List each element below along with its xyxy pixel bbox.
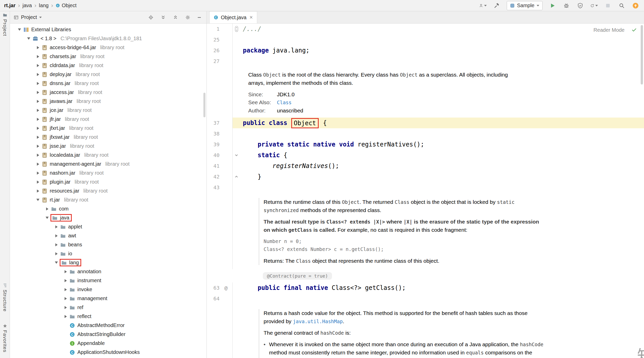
tree-item-javaws.jar[interactable]: javaws.jarlibrary root <box>10 97 206 106</box>
tree-item-io[interactable]: io <box>10 249 206 258</box>
tree-item-com[interactable]: com <box>10 204 206 213</box>
code-line-40[interactable]: 40 static { <box>207 150 644 161</box>
tree-item-beans[interactable]: beans <box>10 240 206 249</box>
tree-item-abstractstringbuilder[interactable]: CAbstractStringBuilder <box>10 330 206 339</box>
tree-expand-arrow[interactable] <box>62 279 69 282</box>
tree-item-cldrdata.jar[interactable]: cldrdata.jarlibrary root <box>10 61 206 70</box>
code-line-26[interactable]: 26package java.lang; <box>207 45 644 56</box>
tree-expand-arrow[interactable] <box>35 64 41 67</box>
tree-item-nashorn.jar[interactable]: nashorn.jarlibrary root <box>10 169 206 177</box>
tree-expand-arrow[interactable] <box>62 288 69 291</box>
editor-scrollbar[interactable] <box>641 25 643 85</box>
tree-item-appendable[interactable]: IAppendable <box>10 339 206 348</box>
tree-expand-arrow[interactable] <box>35 82 41 85</box>
editor-tab-object-java[interactable]: C Object.java × <box>209 11 257 23</box>
tree-expand-arrow[interactable] <box>35 55 41 58</box>
tree-item-jsse.jar[interactable]: jsse.jarlibrary root <box>10 142 206 151</box>
profiler-button[interactable] <box>590 2 598 9</box>
run-with-coverage-button[interactable] <box>576 2 584 9</box>
inspections-status-button[interactable] <box>631 27 637 34</box>
fold-marker[interactable] <box>233 171 240 182</box>
tool-tab-project[interactable]: Project <box>0 13 10 36</box>
tool-tab-favorites[interactable]: Favorites <box>0 324 10 352</box>
collapse-all-button[interactable] <box>173 15 178 20</box>
tool-tab-structure[interactable]: Structure <box>0 283 10 312</box>
code-line-38[interactable]: 38 <box>207 128 644 139</box>
tree-item-localedata.jar[interactable]: localedata.jarlibrary root <box>10 151 206 160</box>
tree-collapse-arrow[interactable] <box>53 261 60 264</box>
tree-expand-arrow[interactable] <box>35 91 41 94</box>
tree-expand-arrow[interactable] <box>53 252 60 255</box>
tree-item-jfxrt.jar[interactable]: jfxrt.jarlibrary root <box>10 124 206 133</box>
code-line-43[interactable]: 43 <box>207 182 644 193</box>
code-line-41[interactable]: 41 registerNatives(); <box>207 161 644 171</box>
tree-item-management-agent.jar[interactable]: management-agent.jarlibrary root <box>10 160 206 169</box>
run-configuration-select[interactable]: Sample <box>507 1 543 10</box>
tree-expand-arrow[interactable] <box>62 306 69 309</box>
tree-item-access-bridge-64.jar[interactable]: access-bridge-64.jarlibrary root <box>10 43 206 52</box>
close-tab-icon[interactable]: × <box>250 15 253 20</box>
ide-updates-button[interactable] <box>632 2 639 9</box>
tree-expand-arrow[interactable] <box>35 118 41 121</box>
tree-item-awt[interactable]: awt <box>10 231 206 240</box>
debug-button[interactable] <box>563 2 570 9</box>
tree-expand-arrow[interactable] <box>62 297 69 300</box>
chevron-down-icon[interactable] <box>39 17 42 18</box>
vcs-users-button[interactable] <box>479 2 487 9</box>
tree-item-annotation[interactable]: annotation <box>10 267 206 276</box>
tree-expand-arrow[interactable] <box>35 100 41 103</box>
tree-item-jce.jar[interactable]: jce.jarlibrary root <box>10 106 206 115</box>
tree-item-management[interactable]: management <box>10 294 206 303</box>
code-line-39[interactable]: 39 private static native void registerNa… <box>207 139 644 150</box>
tree-item-charsets.jar[interactable]: charsets.jarlibrary root <box>10 52 206 61</box>
tree-item-instrument[interactable]: instrument <box>10 276 206 285</box>
tree-expand-arrow[interactable] <box>53 234 60 237</box>
tree-item-ref[interactable]: ref <box>10 303 206 312</box>
hide-panel-button[interactable] <box>197 15 201 19</box>
code-line-63[interactable]: 63@ public final native Class<?> getClas… <box>207 282 644 293</box>
tree-expand-arrow[interactable] <box>35 181 41 184</box>
build-project-button[interactable] <box>493 2 501 9</box>
tree-item-jfxswt.jar[interactable]: jfxswt.jarlibrary root <box>10 133 206 142</box>
search-everywhere-button[interactable] <box>618 2 626 9</box>
tree-expand-arrow[interactable] <box>35 172 41 175</box>
tree-expand-arrow[interactable] <box>35 136 41 139</box>
stop-button[interactable] <box>604 2 612 9</box>
tree-expand-arrow[interactable] <box>35 145 41 148</box>
tree-item-invoke[interactable]: invoke <box>10 285 206 294</box>
tree-collapse-arrow[interactable] <box>16 28 23 31</box>
reader-mode-indicator[interactable]: Reader Mode <box>594 27 625 33</box>
tree-item-resources.jar[interactable]: resources.jarlibrary root <box>10 186 206 195</box>
breadcrumb-item-object[interactable]: CObject <box>56 3 77 8</box>
fold-marker[interactable] <box>233 150 240 161</box>
tree-item-jfr.jar[interactable]: jfr.jarlibrary root <box>10 115 206 124</box>
tree-expand-arrow[interactable] <box>35 154 41 157</box>
project-tree-scrollbar[interactable] <box>203 93 205 117</box>
tree-item-plugin.jar[interactable]: plugin.jarlibrary root <box>10 177 206 186</box>
tree-collapse-arrow[interactable] <box>44 217 50 219</box>
locate-file-button[interactable] <box>148 15 154 20</box>
fold-marker[interactable] <box>233 24 240 34</box>
code-line-64[interactable]: 64 <box>207 293 644 304</box>
run-button[interactable] <box>549 2 556 9</box>
tree-expand-arrow[interactable] <box>53 243 60 246</box>
code-line-1[interactable]: 1/.../ <box>207 24 644 34</box>
tree-expand-arrow[interactable] <box>35 46 41 49</box>
doc-link[interactable]: java.util.HashMap <box>293 319 342 324</box>
tree-item--1.8-[interactable]: < 1.8 >C:\Program Files\Java\jdk1.8.0_18… <box>10 34 206 43</box>
code-line-27[interactable]: 27 <box>207 56 644 67</box>
code-line-37[interactable]: 37public class Object { <box>207 118 644 128</box>
code-line-42[interactable]: 42 } <box>207 171 644 182</box>
breadcrumb-item-java[interactable]: java <box>23 3 32 8</box>
tree-item-applicationshutdownhooks[interactable]: CApplicationShutdownHooks <box>10 348 206 357</box>
tree-item-applet[interactable]: applet <box>10 222 206 231</box>
tree-collapse-arrow[interactable] <box>25 37 32 40</box>
tree-expand-arrow[interactable] <box>35 189 41 193</box>
tree-item-rt.jar[interactable]: rt.jarlibrary root <box>10 195 206 204</box>
breadcrumb-item-rt-jar[interactable]: rt.jar <box>4 3 15 8</box>
tree-item-lang[interactable]: lang <box>10 258 206 267</box>
panel-settings-button[interactable] <box>185 15 191 20</box>
tree-expand-arrow[interactable] <box>44 207 50 210</box>
expand-all-button[interactable] <box>160 15 166 20</box>
doc-link[interactable]: Class <box>277 100 292 105</box>
